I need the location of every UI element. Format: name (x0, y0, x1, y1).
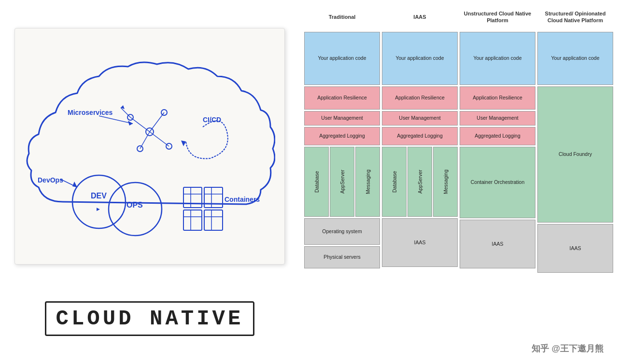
svg-line-23 (150, 112, 164, 132)
unstructured-app-code: Your application code (460, 32, 535, 85)
left-panel: DEV ▶ OPS (0, 0, 299, 364)
unstructured-user-mgmt: User Management (460, 111, 535, 126)
traditional-os: Operating system (304, 218, 380, 245)
col-structured: Structured/ Opinionated Cloud Native Pla… (537, 5, 613, 359)
iaas-resilience: Application Resilience (382, 86, 458, 110)
svg-text:OPS: OPS (126, 201, 143, 209)
svg-text:DEV: DEV (91, 192, 107, 200)
svg-text:CI/CD: CI/CD (203, 116, 221, 124)
traditional-appserver: AppServer (330, 147, 354, 217)
svg-marker-36 (72, 182, 77, 187)
traditional-app-code: Your application code (304, 32, 380, 85)
iaas-app-code: Your application code (382, 32, 458, 85)
svg-text:Containers: Containers (225, 196, 260, 203)
unstructured-agg-log: Aggregated Logging (460, 127, 535, 145)
traditional-resilience: Application Resilience (304, 86, 380, 110)
columns-wrapper: Traditional Your application code Applic… (304, 5, 613, 359)
col-unstructured-header: Unstructured Cloud Native Platform (460, 5, 535, 29)
col-traditional: Traditional Your application code Applic… (304, 5, 380, 359)
svg-line-24 (140, 132, 150, 149)
traditional-db: Database (304, 147, 329, 217)
unstructured-resilience: Application Resilience (460, 86, 535, 110)
traditional-messaging: Messaging (355, 147, 380, 217)
sketch-container: DEV ▶ OPS (14, 28, 285, 265)
svg-text:Microservices: Microservices (68, 109, 113, 116)
iaas-iaas: IAAS (382, 218, 458, 267)
iaas-agg-log: Aggregated Logging (382, 127, 458, 145)
svg-line-22 (130, 117, 150, 132)
iaas-db: Database (382, 147, 407, 217)
svg-marker-28 (181, 140, 186, 146)
iaas-messaging: Messaging (433, 147, 458, 217)
unstructured-iaas: IAAS (460, 220, 535, 268)
cloud-native-sketch: DEV ▶ OPS (24, 38, 275, 255)
iaas-user-mgmt: User Management (382, 111, 458, 126)
svg-rect-14 (204, 210, 223, 230)
traditional-physical: Physical servers (304, 246, 380, 268)
traditional-vertical-blocks: Database AppServer Messaging (304, 147, 380, 217)
structured-iaas: IAAS (537, 224, 613, 273)
svg-line-25 (150, 132, 169, 146)
col-traditional-header: Traditional (304, 5, 380, 29)
structured-cloud-foundry: Cloud Foundry (537, 86, 613, 223)
right-panel: Traditional Your application code Applic… (299, 0, 618, 364)
svg-point-3 (109, 182, 162, 236)
watermark: 知乎 @王下邀月熊 (532, 343, 604, 354)
svg-rect-11 (183, 210, 202, 230)
traditional-user-mgmt: User Management (304, 111, 380, 126)
traditional-agg-log: Aggregated Logging (304, 127, 380, 145)
svg-line-26 (121, 108, 130, 117)
unstructured-container-orch: Container Orchestration (460, 147, 535, 218)
iaas-vertical-blocks: Database AppServer Messaging (382, 147, 458, 217)
col-iaas-header: IAAS (382, 5, 458, 29)
svg-text:DevOps: DevOps (38, 176, 63, 184)
col-structured-header: Structured/ Opinionated Cloud Native Pla… (537, 5, 613, 29)
structured-app-code: Your application code (537, 32, 613, 85)
svg-rect-5 (183, 187, 202, 208)
col-unstructured: Unstructured Cloud Native Platform Your … (460, 5, 535, 359)
svg-text:▶: ▶ (97, 207, 100, 211)
col-iaas: IAAS Your application code Application R… (382, 5, 458, 359)
cloud-native-title: CLOUD NATIVE (45, 301, 255, 336)
iaas-appserver: AppServer (407, 147, 432, 217)
